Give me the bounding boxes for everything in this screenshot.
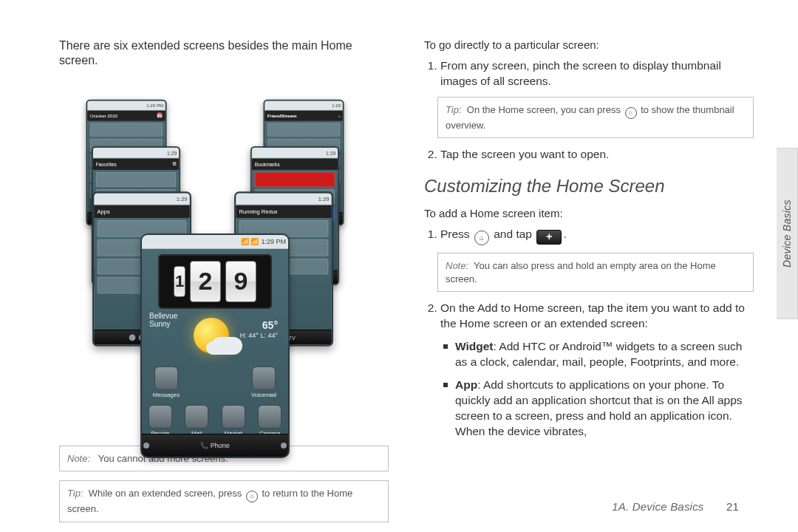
bullet-list: Widget: Add HTC or Android™ widgets to a…: [442, 339, 754, 440]
tip-pre: While on an extended screen, press: [89, 488, 242, 499]
flip-clock-widget: 1 2 9: [158, 254, 272, 309]
intro-text: There are six extended screens besides t…: [59, 38, 389, 69]
home-button-icon: ⌂: [246, 491, 258, 502]
temp: 65°: [262, 319, 278, 331]
plus-icon: +: [536, 230, 562, 245]
tip-lead: Tip:: [67, 488, 83, 499]
bullet-body: : Add shortcuts to applications on your …: [455, 378, 743, 437]
subheading-add-item: To add a Home screen item:: [424, 207, 754, 219]
step-list-1b: Tap the screen you want to open.: [424, 147, 754, 163]
note-body: You can also press and hold an empty are…: [446, 260, 716, 284]
city: Bellevue: [149, 312, 177, 320]
phone-thumbnails-figure: 1:29 PM October 2010📅 1:29 FriendStream›: [55, 82, 380, 437]
chapter-label: 1A. Device Basics: [612, 500, 703, 513]
step-pre: Press: [440, 228, 470, 240]
section-tab: Device Basics: [777, 148, 798, 319]
note-box-2: Note: You can also press and hold an emp…: [437, 253, 754, 292]
step: Tap the screen you want to open.: [440, 147, 754, 163]
tip-box: Tip: While on an extended screen, press …: [59, 480, 389, 522]
dock-label: 📞 Phone: [200, 442, 230, 449]
clock-hour: 1: [174, 266, 185, 297]
phone-center-home: 📶 📶 1:29 PM 1 2 9 Bellevue Sunny: [140, 233, 290, 458]
status-time: 1:29 PM: [146, 103, 163, 107]
tip-lead: Tip:: [446, 104, 462, 115]
step-mid: and tap: [494, 228, 532, 240]
app-row-1: Messages Voicemail: [142, 366, 288, 398]
app-label: Voicemail: [251, 392, 276, 398]
sun-cloud-icon: [194, 318, 229, 353]
step: From any screen, pinch the screen to dis…: [440, 58, 754, 89]
app-row-2: People Mail Market Camera: [142, 405, 288, 437]
section-heading: Customizing the Home Screen: [424, 176, 754, 197]
status-time: 1:29 PM: [261, 238, 286, 245]
clock-min-1: 2: [190, 261, 221, 302]
home-button-icon: ⌂: [474, 231, 489, 245]
page-number: 21: [726, 500, 739, 513]
note-lead: Note:: [67, 453, 90, 464]
note-lead: Note:: [446, 260, 468, 271]
bullet-item: App: Add shortcuts to applications on yo…: [455, 378, 754, 440]
bullet-item: Widget: Add HTC or Android™ widgets to a…: [455, 339, 754, 370]
subheading-go-directly: To go directly to a particular screen:: [424, 38, 754, 51]
condition: Sunny: [149, 320, 170, 328]
step-list-2: Press ⌂ and tap +.: [424, 227, 754, 245]
topbar-label: Running Redux: [239, 208, 278, 214]
step-list-1: From any screen, pinch the screen to dis…: [424, 58, 754, 89]
clock-min-2: 9: [225, 261, 256, 302]
term: Widget: [455, 340, 494, 352]
bullet-body: : Add HTC or Android™ widgets to a scree…: [455, 340, 742, 368]
temp-hilo: H: 44° L: 44°: [240, 332, 278, 339]
topbar-label: FriendStream: [267, 113, 297, 117]
step-list-2b: On the Add to Home screen, tap the item …: [424, 301, 754, 332]
step: Press ⌂ and tap +.: [440, 227, 754, 245]
tip-pre: On the Home screen, you can press: [467, 104, 621, 115]
step-post: .: [563, 228, 566, 240]
term: App: [455, 378, 477, 391]
phone-dock: 📞 Phone: [142, 434, 288, 457]
step: On the Add to Home screen, tap the item …: [440, 301, 754, 332]
app-label: Messages: [153, 392, 180, 398]
tip-box-2: Tip: On the Home screen, you can press ⌂…: [437, 97, 754, 139]
page-footer: 1A. Device Basics 21: [612, 500, 739, 513]
home-button-icon: ⌂: [625, 107, 637, 119]
topbar-label: Bookmarks: [255, 162, 280, 167]
